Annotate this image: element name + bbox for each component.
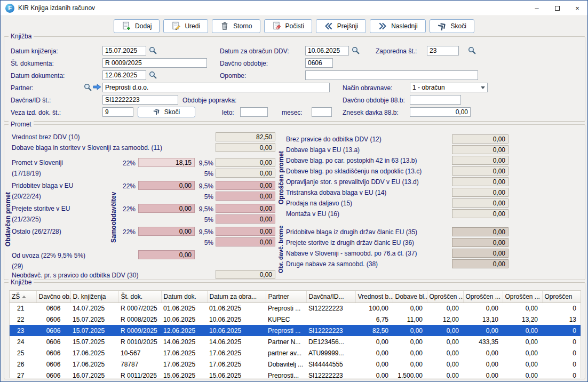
notes-input[interactable]	[305, 70, 478, 80]
jump-button[interactable]: Skoči	[430, 19, 474, 33]
storno-trash-icon	[220, 21, 229, 31]
minimize-button[interactable]: –	[527, 1, 547, 15]
tax-row-sublabel: (20/22/24)	[12, 192, 41, 201]
table-cell: 17.06.2025	[70, 347, 118, 359]
previous-button[interactable]: Prejšnji	[316, 19, 366, 33]
table-cell: 17.06.2025	[207, 347, 266, 359]
sequence-number-label: Zaporedna št.:	[376, 47, 417, 56]
jump-to-linked-button[interactable]: Skoči	[138, 107, 195, 117]
rate-5-field: 0,00	[216, 169, 275, 178]
clear-button[interactable]: Počisti	[264, 19, 312, 33]
table-row[interactable]: 24 0606 15.07.2025 R 0010/2025 14.06.202…	[10, 336, 581, 347]
exempt-row: Dobave blag. po skladiščenju na odpoklic…	[286, 166, 510, 177]
table-cell: 0,00	[503, 347, 542, 359]
table-row[interactable]: 21 0606 14.07.2025 R 0007/2025 01.06.202…	[10, 303, 581, 314]
year-input[interactable]	[240, 107, 268, 117]
rate-95-field: 0,00	[216, 181, 275, 190]
linked-document-label: Veza izd. dok. št.:	[11, 108, 61, 117]
column-header[interactable]: Dobave bl...	[393, 291, 427, 303]
table-cell: 16.07.2025	[70, 370, 118, 378]
column-header[interactable]: Št. dok.	[118, 291, 161, 303]
close-icon: ×	[575, 4, 579, 12]
table-row[interactable]: 26 0606 17.06.2025 78787 17.06.2025 17.0…	[10, 359, 581, 370]
jump-to-record-icon	[153, 108, 161, 117]
from-import-sublabel: (29)	[12, 262, 23, 271]
supplies-self-assessment-field: 0,00	[216, 143, 275, 152]
document-date-label: Datum dokumenta:	[11, 71, 65, 81]
exempt-row-field: 0,00	[452, 209, 508, 218]
partner-arrow-icon	[93, 84, 101, 90]
column-header[interactable]: Datum za obra...	[207, 291, 266, 303]
reverse-charge-row-label: Nabave v Sloveniji - samoobd. po 76.a čl…	[286, 249, 417, 258]
rate-5-label: 5%	[190, 170, 213, 179]
table-cell: 10.06.2025	[207, 314, 266, 325]
tax-amount-88b-input[interactable]	[410, 107, 471, 117]
table-row[interactable]: 27 0606 16.07.2025 R 0011/2025 15.06.202…	[10, 370, 581, 378]
treatment-mode-select[interactable]: 1 - obračun	[410, 83, 488, 92]
table-cell: R 0011/2025	[118, 370, 161, 378]
tax-period-input[interactable]	[305, 58, 333, 68]
table-cell: 22	[10, 314, 36, 325]
table-cell: 15.07.2025	[70, 325, 118, 336]
next-button[interactable]: Naslednji	[370, 19, 425, 33]
edit-button[interactable]: Uredi	[163, 19, 208, 33]
document-date-input[interactable]	[102, 70, 146, 80]
column-header[interactable]: Davčna/ID...	[306, 291, 355, 303]
booking-date-input[interactable]	[102, 46, 146, 55]
records-table: ZŠDavčno ob...D. knjiženjaŠt. dok.Datum …	[10, 291, 581, 378]
partner-lookup-button[interactable]	[83, 83, 92, 92]
titlebar: F KIR Knjiga izdanih računov – ×	[1, 1, 587, 16]
table-row[interactable]: 23 0606 15.07.2025 R 0009/2025 12.06.202…	[10, 325, 581, 336]
table-cell: 14.06.2025	[161, 336, 207, 347]
table-cell: 26	[10, 359, 36, 370]
exempt-row-field: 0,00	[452, 198, 508, 208]
table-cell: 17.06.2025	[161, 359, 207, 370]
column-header[interactable]: Oproščen ...	[463, 291, 503, 303]
table-cell: 0606	[36, 336, 70, 347]
sequence-number-input[interactable]	[427, 46, 459, 55]
magnifier-icon	[468, 46, 476, 54]
column-header[interactable]: Davčno ob...	[36, 291, 70, 303]
column-header[interactable]: Oproščen ...	[427, 291, 463, 303]
exempt-row-label: Brez pravice do odbitka DDV (12)	[286, 135, 382, 144]
column-header[interactable]: Oproščen	[542, 291, 581, 303]
close-button[interactable]: ×	[567, 1, 587, 15]
column-header[interactable]: Partner	[266, 291, 306, 303]
month-input[interactable]	[312, 107, 332, 117]
rate-95-field: 0,00	[216, 204, 275, 213]
column-header[interactable]: D. knjiženja	[70, 291, 118, 303]
booking-date-label: Datum knjiženja:	[11, 47, 58, 56]
table-cell: 01.06.2025	[207, 303, 266, 314]
partner-input[interactable]	[102, 83, 330, 92]
window-controls: – ×	[527, 1, 587, 15]
magnifier-icon	[352, 46, 360, 54]
table-row[interactable]: 22 0606 15.07.2025 R 0008/2025 10.06.202…	[10, 314, 581, 325]
tax-row-label: Prejete storitve v EU	[12, 204, 70, 213]
add-button[interactable]: Dodaj	[114, 19, 160, 33]
table-cell: R 0008/2025	[118, 314, 161, 325]
linked-document-input[interactable]	[102, 107, 133, 117]
column-header[interactable]: Datum dok.	[161, 291, 207, 303]
vat-date-input[interactable]	[305, 46, 349, 55]
tax-period-88b-input[interactable]	[410, 95, 461, 105]
document-number-input[interactable]	[102, 58, 207, 68]
column-header[interactable]: Oproščen ...	[503, 291, 542, 303]
table-row[interactable]: 25 0606 17.06.2025 10-567 17.06.2025 17.…	[10, 347, 581, 359]
from-import-label: Od uvoza (22% 9,5% 5%)	[12, 251, 85, 260]
records-group-title: Knjižbe	[9, 278, 34, 286]
vat-date-lookup-button[interactable]	[351, 46, 360, 55]
booking-date-lookup-button[interactable]	[148, 46, 157, 55]
column-header[interactable]: ZŠ	[10, 291, 36, 303]
column-header[interactable]: Vrednost b...	[355, 291, 393, 303]
document-date-lookup-button[interactable]	[148, 70, 157, 79]
storno-button[interactable]: Storno	[212, 19, 260, 33]
tax-id-input[interactable]	[102, 95, 178, 105]
rate-22-label: 22%	[112, 159, 136, 168]
sequence-lookup-button[interactable]	[467, 46, 476, 55]
exempt-row: Brez pravice do odbitka DDV (12) 0,00	[286, 134, 510, 145]
maximize-button[interactable]	[547, 1, 567, 15]
vat-date-label: Datum za obračun DDV:	[220, 47, 289, 56]
clear-form-icon	[272, 21, 282, 31]
rate-22-field: 0,00	[138, 227, 195, 236]
rate-5-label: 5%	[190, 193, 213, 202]
